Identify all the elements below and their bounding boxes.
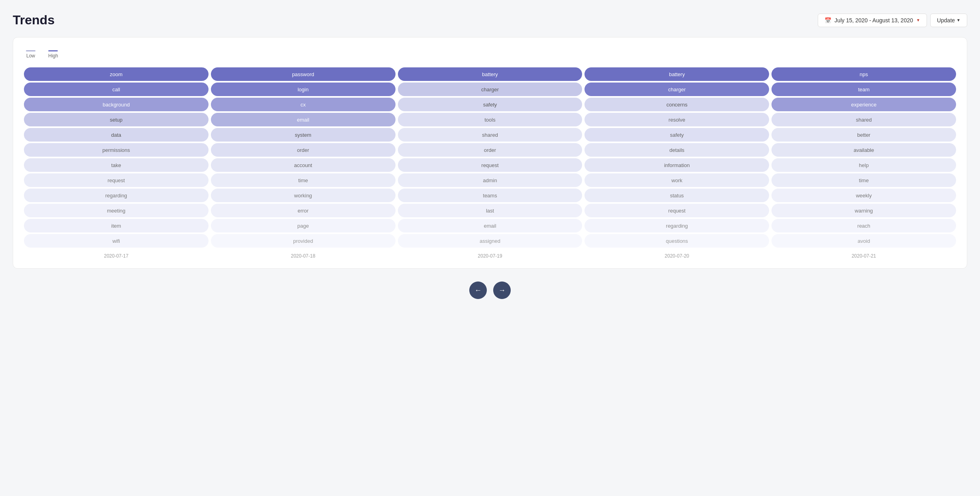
list-item: zoom: [24, 67, 209, 81]
date-label-4: 2020-07-21: [770, 253, 957, 259]
list-item: shared: [398, 128, 582, 142]
list-item: battery: [584, 67, 769, 81]
list-item: available: [771, 143, 956, 157]
list-item: concerns: [584, 98, 769, 111]
column-2: batterychargersafetytoolssharedorderrequ…: [397, 67, 584, 248]
list-item: regarding: [584, 219, 769, 232]
list-item: order: [398, 143, 582, 157]
list-item: take: [24, 158, 209, 172]
date-range-label: July 15, 2020 - August 13, 2020: [834, 17, 913, 24]
legend-low: Low: [26, 50, 35, 59]
prev-button[interactable]: ←: [469, 281, 487, 299]
date-label-1: 2020-07-18: [210, 253, 397, 259]
list-item: information: [584, 158, 769, 172]
list-item: permissions: [24, 143, 209, 157]
list-item: login: [211, 83, 396, 96]
list-item: details: [584, 143, 769, 157]
list-item: resolve: [584, 113, 769, 126]
trends-grid-container: zoomcallbackgroundsetupdatapermissionsta…: [23, 67, 957, 259]
legend: Low High: [23, 50, 957, 59]
update-button[interactable]: Update ▼: [930, 14, 967, 27]
date-range-button[interactable]: 📅 July 15, 2020 - August 13, 2020 ▼: [818, 14, 927, 27]
list-item: cx: [211, 98, 396, 111]
list-item: system: [211, 128, 396, 142]
column-4: npsteamexperiencesharedbetteravailablehe…: [770, 67, 957, 248]
list-item: call: [24, 83, 209, 96]
list-item: time: [211, 173, 396, 187]
column-0: zoomcallbackgroundsetupdatapermissionsta…: [23, 67, 210, 248]
list-item: provided: [211, 234, 396, 248]
page-header: Trends 📅 July 15, 2020 - August 13, 2020…: [13, 13, 967, 28]
update-dropdown-arrow: ▼: [956, 18, 960, 22]
list-item: safety: [584, 128, 769, 142]
list-item: reach: [771, 219, 956, 232]
calendar-icon: 📅: [825, 17, 831, 24]
list-item: charger: [584, 83, 769, 96]
trends-card: Low High zoomcallbackgroundsetupdataperm…: [13, 37, 967, 269]
list-item: email: [211, 113, 396, 126]
list-item: page: [211, 219, 396, 232]
list-item: last: [398, 204, 582, 217]
list-item: help: [771, 158, 956, 172]
list-item: error: [211, 204, 396, 217]
list-item: warning: [771, 204, 956, 217]
list-item: team: [771, 83, 956, 96]
navigation-buttons: ← →: [13, 281, 967, 299]
list-item: password: [211, 67, 396, 81]
list-item: charger: [398, 83, 582, 96]
list-item: tools: [398, 113, 582, 126]
list-item: background: [24, 98, 209, 111]
list-item: account: [211, 158, 396, 172]
date-label-3: 2020-07-20: [583, 253, 770, 259]
list-item: working: [211, 189, 396, 202]
column-3: batterychargerconcernsresolvesafetydetai…: [583, 67, 770, 248]
list-item: order: [211, 143, 396, 157]
header-controls: 📅 July 15, 2020 - August 13, 2020 ▼ Upda…: [818, 14, 967, 27]
list-item: experience: [771, 98, 956, 111]
list-item: nps: [771, 67, 956, 81]
date-label-2: 2020-07-19: [397, 253, 584, 259]
list-item: work: [584, 173, 769, 187]
list-item: email: [398, 219, 582, 232]
list-item: avoid: [771, 234, 956, 248]
list-item: data: [24, 128, 209, 142]
list-item: request: [584, 204, 769, 217]
list-item: admin: [398, 173, 582, 187]
list-item: status: [584, 189, 769, 202]
list-item: setup: [24, 113, 209, 126]
list-item: meeting: [24, 204, 209, 217]
list-item: safety: [398, 98, 582, 111]
legend-high: High: [48, 50, 58, 59]
list-item: questions: [584, 234, 769, 248]
legend-high-line: [48, 50, 58, 51]
date-dropdown-arrow: ▼: [916, 18, 920, 22]
list-item: assigned: [398, 234, 582, 248]
page-title: Trends: [13, 13, 55, 28]
list-item: request: [24, 173, 209, 187]
list-item: weekly: [771, 189, 956, 202]
legend-low-line: [26, 50, 35, 51]
next-button[interactable]: →: [493, 281, 511, 299]
list-item: item: [24, 219, 209, 232]
date-label-0: 2020-07-17: [23, 253, 210, 259]
column-1: passwordlogincxemailsystemorderaccountti…: [210, 67, 397, 248]
update-label: Update: [937, 17, 955, 24]
date-row: 2020-07-172020-07-182020-07-192020-07-20…: [23, 253, 957, 259]
list-item: teams: [398, 189, 582, 202]
legend-high-label: High: [48, 53, 58, 59]
list-item: shared: [771, 113, 956, 126]
list-item: battery: [398, 67, 582, 81]
trends-grid: zoomcallbackgroundsetupdatapermissionsta…: [23, 67, 957, 248]
list-item: request: [398, 158, 582, 172]
list-item: better: [771, 128, 956, 142]
list-item: time: [771, 173, 956, 187]
list-item: regarding: [24, 189, 209, 202]
list-item: wifi: [24, 234, 209, 248]
legend-low-label: Low: [26, 53, 35, 59]
